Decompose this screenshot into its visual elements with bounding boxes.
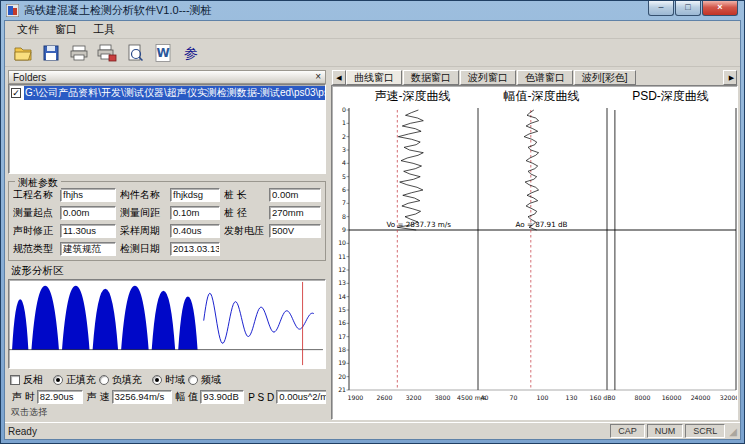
folders-close-icon[interactable]: ×	[315, 72, 321, 82]
svg-text:16: 16	[338, 319, 346, 326]
resize-grip[interactable]: ◢	[729, 426, 737, 437]
domain-radio-label-1: 频域	[201, 373, 221, 387]
maximize-button[interactable]: □	[675, 1, 701, 16]
svg-text:Ao = 87.91 dB: Ao = 87.91 dB	[515, 220, 567, 229]
tab-strip: ◀曲线窗口数据窗口波列窗口色谱窗口波列[彩色]▶	[331, 69, 738, 85]
preview-icon	[125, 43, 145, 63]
readout-label-2: 幅 值	[176, 390, 199, 404]
title-bar[interactable]: 高铁建混凝土检测分析软件V1.0---测桩 – □ ×	[4, 1, 741, 20]
file-list[interactable]: ✓G:\公司产品资料\开发\测试仪器\超声仪实测检测数据-测试ed\ps03\p…	[8, 84, 326, 174]
chart-title-1: 幅值-深度曲线	[477, 88, 606, 105]
waveform-display[interactable]	[8, 279, 326, 369]
fill-radio-0[interactable]	[53, 375, 63, 385]
param-value-field[interactable]: 0.10m	[170, 206, 220, 220]
domain-radio-1[interactable]	[188, 375, 198, 385]
status-cell-cap: CAP	[610, 424, 645, 438]
readout-label-3: P S D	[248, 392, 274, 403]
param-value-field[interactable]: 0.00m	[269, 188, 321, 202]
svg-text:5: 5	[342, 173, 346, 180]
file-list-item[interactable]: ✓G:\公司产品资料\开发\测试仪器\超声仪实测检测数据-测试ed\ps03\p…	[9, 85, 325, 100]
menu-item-2[interactable]: 工具	[85, 21, 123, 38]
minimize-button[interactable]: –	[648, 1, 674, 16]
fill-radio-1[interactable]	[99, 375, 109, 385]
svg-text:2: 2	[342, 133, 346, 140]
status-indicators: CAPNUMSCRL	[608, 424, 725, 438]
pile-params-group: 测桩参数 工程名称fhjhs构件名称fhjkdsg桩 长0.00m测量起点0.0…	[8, 181, 326, 261]
svg-text:21: 21	[338, 386, 346, 393]
chart-area: 声速-深度曲线幅值-深度曲线PSD-深度曲线 01234567891011121…	[331, 85, 738, 420]
svg-text:12: 12	[338, 266, 346, 273]
app-icon	[6, 4, 19, 17]
domain-radio-label-0: 时域	[165, 373, 185, 387]
tab-0[interactable]: 曲线窗口	[346, 70, 402, 85]
tab-scroll-right-button[interactable]: ▶	[723, 70, 737, 85]
tab-scroll-left-button[interactable]: ◀	[332, 70, 346, 85]
readout-value-3: 0.00us^2/m	[276, 390, 326, 404]
svg-text:160 dB: 160 dB	[590, 394, 612, 401]
param-value-field[interactable]: 2013.03.13	[170, 242, 220, 256]
svg-text:4: 4	[342, 159, 346, 166]
tab-3[interactable]: 色谱窗口	[517, 70, 573, 85]
param-value-field[interactable]: 500V	[269, 224, 321, 238]
tab-1[interactable]: 数据窗口	[403, 70, 459, 85]
param-label: 构件名称	[120, 188, 170, 202]
waveform-chart	[9, 280, 325, 368]
print-preview-button[interactable]	[123, 41, 147, 65]
open-file-button[interactable]	[11, 41, 35, 65]
svg-text:20: 20	[338, 373, 346, 380]
params-icon: 参	[181, 43, 201, 63]
svg-text:8: 8	[342, 213, 346, 220]
file-path: G:\公司产品资料\开发\测试仪器\超声仪实测检测数据-测试ed\ps03\ps…	[24, 86, 325, 100]
tab-4[interactable]: 波列[彩色]	[574, 70, 636, 85]
right-panel: ◀曲线窗口数据窗口波列窗口色谱窗口波列[彩色]▶ 声速-深度曲线幅值-深度曲线P…	[328, 69, 738, 420]
parameters-button[interactable]: 参	[179, 41, 203, 65]
param-label: 桩 长	[224, 188, 269, 202]
word-export-button[interactable]: W	[151, 41, 175, 65]
invert-checkbox[interactable]	[10, 375, 20, 385]
svg-text:13: 13	[338, 279, 346, 286]
file-checkbox[interactable]: ✓	[11, 88, 21, 98]
status-cell-num: NUM	[647, 424, 684, 438]
param-value-field[interactable]: 11.30us	[60, 224, 116, 238]
param-label: 发射电压	[224, 224, 269, 238]
folder-open-icon	[13, 43, 33, 63]
svg-text:1: 1	[342, 119, 346, 126]
param-label: 测量间距	[120, 206, 170, 220]
print-setup-button[interactable]	[95, 41, 119, 65]
param-value-field[interactable]: fhjhs	[60, 188, 116, 202]
svg-text:16000: 16000	[662, 394, 682, 401]
menu-item-0[interactable]: 文件	[9, 21, 47, 38]
param-label: 声时修正	[13, 224, 60, 238]
left-panel: Folders × ✓G:\公司产品资料\开发\测试仪器\超声仪实测检测数据-测…	[7, 69, 328, 420]
hint-text: 双击选择	[11, 406, 326, 419]
folders-header: Folders ×	[8, 70, 326, 84]
param-value-field[interactable]: 270mm	[269, 206, 321, 220]
svg-text:18: 18	[338, 346, 346, 353]
param-value-field[interactable]: 0.00m	[60, 206, 116, 220]
svg-text:40: 40	[481, 394, 489, 401]
menu-item-1[interactable]: 窗口	[47, 21, 85, 38]
svg-text:10: 10	[338, 239, 346, 246]
svg-text:参: 参	[184, 45, 198, 61]
status-text: Ready	[8, 426, 37, 437]
print-button[interactable]	[67, 41, 91, 65]
svg-text:3200: 3200	[406, 394, 422, 401]
svg-text:Vo = 2837.73 m/s: Vo = 2837.73 m/s	[386, 220, 451, 229]
param-row-0: 工程名称fhjhs构件名称fhjkdsg桩 长0.00m	[13, 188, 322, 202]
save-button[interactable]	[39, 41, 63, 65]
invert-label: 反相	[23, 373, 43, 387]
close-button[interactable]: ×	[702, 1, 738, 16]
waveform-section-title: 波形分析区	[11, 264, 326, 278]
menu-bar: 文件窗口工具	[5, 21, 740, 39]
svg-text:3800: 3800	[435, 394, 451, 401]
domain-radio-0[interactable]	[152, 375, 162, 385]
svg-text:3: 3	[342, 146, 346, 153]
svg-text:0: 0	[342, 106, 346, 113]
svg-text:15: 15	[338, 306, 346, 313]
svg-text:100: 100	[537, 394, 549, 401]
param-value-field[interactable]: 0.40us	[170, 224, 220, 238]
param-value-field[interactable]: fhjkdsg	[170, 188, 220, 202]
tab-2[interactable]: 波列窗口	[460, 70, 516, 85]
param-value-field[interactable]: 建筑规范	[60, 242, 116, 256]
param-label: 检测日期	[120, 242, 170, 256]
